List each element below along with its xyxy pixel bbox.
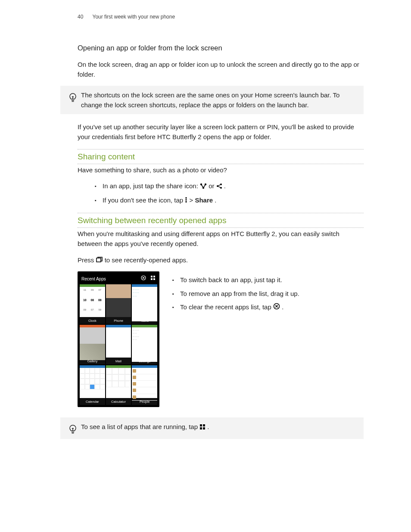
svg-line-10: [218, 187, 220, 187]
section3-tip-text: To see a list of apps that are running, …: [81, 422, 356, 432]
section2-li1: In an app, just tap the share icon: or: [95, 181, 364, 192]
svg-rect-30: [200, 427, 202, 429]
app-label: Phone: [106, 317, 131, 324]
section3-tip: To see a list of apps that are running, …: [60, 417, 364, 439]
svg-rect-19: [153, 276, 155, 277]
section3-p1: When you're multitasking and using diffe…: [78, 229, 364, 249]
section3-title: Switching between recently opened apps: [78, 214, 364, 227]
section3-p2: Press to see recently-opened apps.: [78, 255, 364, 266]
section1-title: Opening an app or folder from the lock s…: [78, 43, 364, 54]
svg-rect-11: [186, 197, 187, 199]
page-header-text: Your first week with your new phone: [92, 14, 175, 20]
svg-rect-20: [151, 278, 153, 280]
divider: [78, 213, 364, 213]
lightbulb-icon: [65, 422, 81, 435]
svg-rect-29: [203, 424, 205, 426]
section3-li3: To clear the recent apps list, tap .: [172, 302, 364, 313]
section3-li1: To switch back to an app, just tap it.: [172, 275, 364, 285]
screenshot-title: Recent Apps: [81, 276, 106, 283]
section1-tip-text: The shortcuts on the lock screen are the…: [81, 90, 356, 110]
page-header: 40 Your first week with your new phone: [78, 13, 364, 21]
page-number: 40: [78, 14, 83, 20]
divider: [78, 164, 364, 164]
svg-line-9: [218, 185, 220, 186]
svg-rect-12: [186, 199, 187, 201]
section2-li2: If you don't see the icon, tap > Share .: [95, 195, 364, 206]
divider: [78, 149, 364, 149]
svg-rect-21: [153, 278, 155, 280]
apps-grid-icon: [199, 423, 206, 432]
clear-circle-icon: [273, 302, 280, 312]
svg-rect-31: [203, 427, 205, 429]
section1-p1: On the lock screen, drag an app or folde…: [78, 59, 364, 80]
svg-rect-28: [200, 424, 202, 426]
divider: [78, 227, 364, 228]
section1-p2: If you've set up another security layer …: [78, 122, 364, 142]
svg-rect-13: [186, 201, 187, 202]
section2-list: In an app, just tap the share icon: or: [95, 181, 364, 205]
svg-rect-14: [97, 258, 101, 262]
section3-list: To switch back to an app, just tap it. T…: [172, 275, 364, 312]
section2-p1: Have something to share, such as a photo…: [78, 165, 364, 175]
share-android-icon: [216, 182, 222, 192]
svg-rect-18: [151, 276, 153, 277]
app-label: Mail: [106, 358, 131, 365]
overflow-menu-icon: [185, 196, 187, 205]
recent-apps-screenshot: Recent Apps 110907100808090759Clock Phon…: [78, 271, 159, 407]
section1-tip: The shortcuts on the lock screen are the…: [60, 86, 364, 115]
clear-all-icon: [141, 275, 146, 283]
share-v-icon: [200, 182, 207, 192]
section3-li2: To remove an app from the list, drag it …: [172, 289, 364, 299]
lightbulb-icon: [65, 90, 81, 103]
apps-grid-icon: [150, 275, 156, 283]
recent-apps-button-icon: [96, 255, 103, 265]
section2-title: Sharing content: [78, 150, 364, 163]
